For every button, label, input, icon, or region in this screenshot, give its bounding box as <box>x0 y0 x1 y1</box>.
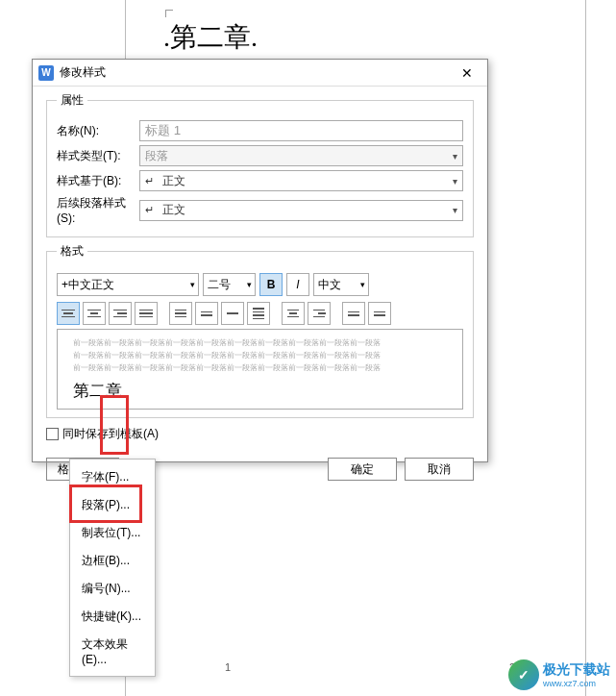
save-template-label: 同时保存到模板(A) <box>62 426 159 442</box>
para-after-button[interactable] <box>368 302 391 325</box>
preview-main-text: 第二章 <box>73 380 447 402</box>
dialog-title: 修改样式 <box>60 64 453 81</box>
menu-item-text-effect[interactable]: 文本效果(E)... <box>70 631 155 672</box>
properties-group: 属性 名称(N): 样式类型(T): 段落 样式基于(B): ↵正文 后续段落样… <box>46 92 474 237</box>
italic-button[interactable]: I <box>286 273 309 296</box>
size-combo[interactable]: 二号 <box>203 273 256 296</box>
watermark-brand: 极光下载站 <box>543 661 610 679</box>
type-dropdown: 段落 <box>139 145 463 166</box>
name-field[interactable] <box>139 120 463 141</box>
save-template-checkbox[interactable] <box>46 428 59 440</box>
next-style-label: 后续段落样式(S): <box>57 195 139 225</box>
format-legend: 格式 <box>57 243 87 260</box>
preview-prev-para: 前一段落前一段落前一段落前一段落前一段落前一段落前一段落前一段落前一段落前一段落 <box>73 337 447 350</box>
preview-prev-para: 前一段落前一段落前一段落前一段落前一段落前一段落前一段落前一段落前一段落前一段落 <box>73 362 447 375</box>
font-combo[interactable]: +中文正文 <box>57 273 199 296</box>
arrow-icon: ↵ <box>145 175 159 187</box>
name-label: 名称(N): <box>57 123 139 139</box>
language-combo[interactable]: 中文 <box>313 273 369 296</box>
para-before-button[interactable] <box>342 302 365 325</box>
align-center-button[interactable] <box>83 302 106 325</box>
align-justify-button[interactable] <box>135 302 158 325</box>
decrease-indent-button[interactable] <box>282 302 305 325</box>
format-dropdown-menu: 字体(F)... 段落(P)... 制表位(T)... 边框(B)... 编号(… <box>69 459 156 677</box>
page-margin-corner <box>165 10 173 17</box>
menu-item-shortcut[interactable]: 快捷键(K)... <box>70 603 155 631</box>
bold-button[interactable]: B <box>259 273 283 296</box>
based-on-dropdown[interactable]: ↵正文 <box>139 170 463 191</box>
line-spacing-3-button[interactable] <box>221 302 244 325</box>
format-group: 格式 +中文正文 二号 B I 中文 <box>46 243 474 418</box>
type-label: 样式类型(T): <box>57 148 139 164</box>
line-spacing-4-button[interactable] <box>247 302 270 325</box>
watermark: ✓ 极光下载站 www.xz7.com <box>508 659 610 690</box>
next-style-dropdown[interactable]: ↵正文 <box>139 200 463 221</box>
modify-style-dialog: W 修改样式 ✕ 属性 名称(N): 样式类型(T): 段落 样式基于(B): … <box>32 59 488 462</box>
increase-indent-button[interactable] <box>308 302 331 325</box>
align-left-button[interactable] <box>57 302 80 325</box>
watermark-logo-icon: ✓ <box>508 659 539 690</box>
menu-item-border[interactable]: 边框(B)... <box>70 547 155 575</box>
properties-legend: 属性 <box>57 92 87 109</box>
page-number: 1 <box>225 661 231 673</box>
document-heading: .第二章. <box>163 19 258 56</box>
close-icon[interactable]: ✕ <box>453 65 481 81</box>
align-right-button[interactable] <box>109 302 132 325</box>
cancel-button[interactable]: 取消 <box>405 458 474 481</box>
menu-item-paragraph[interactable]: 段落(P)... <box>70 491 155 519</box>
menu-item-numbering[interactable]: 编号(N)... <box>70 575 155 603</box>
preview-prev-para: 前一段落前一段落前一段落前一段落前一段落前一段落前一段落前一段落前一段落前一段落 <box>73 350 447 362</box>
watermark-url: www.xz7.com <box>543 679 610 688</box>
preview-pane: 前一段落前一段落前一段落前一段落前一段落前一段落前一段落前一段落前一段落前一段落… <box>57 329 463 410</box>
line-spacing-1-button[interactable] <box>169 302 192 325</box>
app-icon: W <box>38 65 54 81</box>
based-on-label: 样式基于(B): <box>57 173 139 189</box>
line-spacing-2-button[interactable] <box>195 302 218 325</box>
menu-item-tabs[interactable]: 制表位(T)... <box>70 519 155 547</box>
arrow-icon: ↵ <box>145 204 159 216</box>
dialog-titlebar: W 修改样式 ✕ <box>33 60 487 87</box>
ok-button[interactable]: 确定 <box>328 458 397 481</box>
menu-item-font[interactable]: 字体(F)... <box>70 463 155 491</box>
